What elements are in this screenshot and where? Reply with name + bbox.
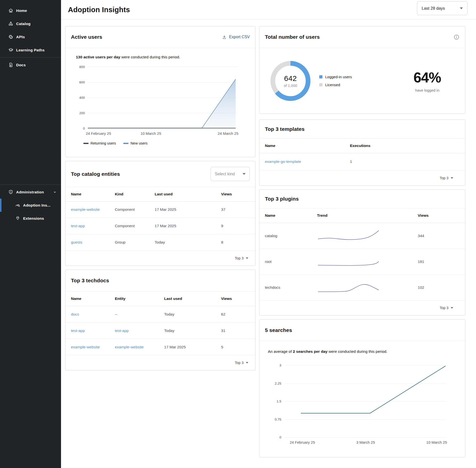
table-row: root 181	[259, 249, 465, 275]
logged-in-donut-chart: 642 of 1,000	[268, 59, 313, 103]
trend-sparkline	[317, 254, 380, 269]
shield-icon	[8, 189, 13, 195]
download-icon	[222, 35, 227, 39]
column-header: Entity	[115, 292, 164, 306]
sidebar-item-label: Learning Paths	[16, 48, 45, 52]
column-header: Last used	[155, 187, 221, 201]
licensed-total: of 1,000	[284, 83, 297, 88]
column-header: Trend	[317, 209, 418, 223]
techdocs-table: Name Entity Last used Views docs -- Toda…	[65, 292, 255, 356]
chevron-down-icon	[243, 173, 246, 175]
techdoc-link[interactable]: test-app	[71, 328, 85, 333]
techdoc-link[interactable]: example-website	[71, 345, 100, 349]
chart-legend: Returning users New users	[83, 141, 248, 145]
y-axis-labels: 800 600 400 200 0	[73, 67, 85, 128]
table-row: docs -- Today 62	[65, 306, 255, 323]
table-row: example-website example-website 17 Mar 2…	[65, 339, 255, 355]
apis-icon	[8, 34, 13, 40]
sidebar-item-label: Docs	[16, 63, 26, 67]
chevron-down-icon	[246, 257, 248, 259]
card-title: Top 3 templates	[265, 126, 305, 132]
entity-link[interactable]: test-app	[71, 224, 85, 228]
rows-count-dropdown[interactable]: Top 3	[65, 251, 255, 266]
entity-link[interactable]: test-app	[115, 328, 129, 333]
trend-sparkline	[317, 280, 380, 295]
docs-icon	[8, 62, 13, 68]
chart-summary: An average of 2 searches per day were co…	[268, 349, 458, 354]
card-title: Active users	[71, 34, 102, 40]
entity-link[interactable]: guests	[71, 240, 82, 244]
top-templates-card: Top 3 templates Name Executions example-…	[259, 119, 465, 186]
techdoc-link[interactable]: docs	[71, 312, 79, 316]
sidebar-item-extensions[interactable]: Extensions	[0, 212, 61, 225]
table-row: techdocs 102	[259, 275, 465, 300]
plot-area	[285, 365, 446, 437]
top-catalog-entities-card: Top catalog entities Select kind Name Ki…	[65, 161, 255, 266]
export-csv-label: Export CSV	[229, 35, 250, 39]
sidebar-item-label: Adoption Ins...	[23, 203, 51, 208]
catalog-icon	[8, 21, 13, 27]
sidebar-item-catalog[interactable]: Catalog	[0, 17, 61, 30]
entity-link[interactable]: example-website	[115, 345, 144, 349]
table-row: example-go-template 1	[259, 153, 465, 170]
sidebar-item-label: Extensions	[23, 216, 44, 221]
percent-logged-in: 64% have logged in	[413, 69, 441, 92]
card-title: 5 searches	[265, 327, 292, 333]
sidebar-item-label: Home	[16, 8, 27, 13]
table-row: example-website Component 17 Mar 2025 37	[65, 201, 255, 218]
sidebar-item-administration[interactable]: Administration	[0, 185, 61, 199]
column-header: Views	[221, 292, 255, 306]
y-axis-labels: 3 2.25 1.5 0.75 0	[267, 365, 281, 437]
chevron-down-icon	[246, 362, 248, 363]
legend-swatch	[123, 143, 128, 144]
trend-sparkline	[317, 229, 380, 243]
rows-count-dropdown[interactable]: Top 3	[259, 300, 465, 315]
sidebar-item-adoption-insights[interactable]: Adoption Ins...	[0, 199, 61, 212]
donut-chart-area: 642 of 1,000 Logged-in users Lic	[259, 48, 465, 114]
column-header: Name	[65, 292, 115, 306]
x-axis-labels: 24 February 25 10 March 25 24 March 25	[88, 131, 238, 139]
column-header: Last used	[164, 292, 221, 306]
logged-in-count: 642	[284, 74, 297, 83]
sidebar-spacer	[0, 72, 61, 184]
sidebar-item-apis[interactable]: APIs	[0, 30, 61, 43]
card-title: Top catalog entities	[71, 171, 120, 177]
legend-item-returning-users: Returning users	[83, 141, 116, 145]
plug-icon	[15, 216, 20, 221]
chevron-down-icon	[460, 7, 463, 9]
export-csv-button[interactable]: Export CSV	[222, 35, 250, 39]
column-header: Executions	[350, 139, 465, 153]
date-range-select[interactable]: Last 28 days	[417, 1, 468, 15]
main-area: Adoption Insights Last 28 days Active us…	[61, 0, 476, 468]
table-row: test-app test-app Today 31	[65, 323, 255, 339]
searches-card: 5 searches An average of 2 searches per …	[259, 319, 465, 457]
rows-count-dropdown[interactable]: Top 3	[65, 355, 255, 370]
sidebar-item-learning-paths[interactable]: Learning Paths	[0, 43, 61, 57]
select-kind-placeholder: Select kind	[215, 172, 235, 176]
rows-count-dropdown[interactable]: Top 3	[259, 171, 465, 185]
entity-link[interactable]: example-website	[71, 207, 100, 212]
table-row: guests Group Today 8	[65, 234, 255, 251]
chart-summary: 130 active users per day were conducted …	[76, 55, 248, 59]
templates-table: Name Executions example-go-template 1	[259, 139, 465, 171]
legend-swatch	[319, 75, 322, 78]
card-title: Top 3 plugins	[265, 196, 299, 202]
x-axis-labels: 24 February 25 3 March 25 10 March 25	[285, 440, 446, 448]
column-header: Name	[259, 139, 350, 153]
template-link[interactable]: example-go-template	[265, 159, 301, 164]
legend-item-licensed: Licensed	[319, 83, 352, 87]
sidebar-item-label: Catalog	[16, 22, 31, 26]
plugins-table: Name Trend Views catalog	[259, 209, 465, 301]
adoption-insights-icon	[15, 203, 20, 208]
catalog-entities-table: Name Kind Last used Views example-websit…	[65, 187, 255, 251]
info-icon[interactable]	[453, 34, 460, 40]
top-techdocs-card: Top 3 techdocs Name Entity Last used Vie…	[65, 270, 255, 371]
page-header: Adoption Insights Last 28 days	[61, 0, 476, 20]
app-window: Home Catalog APIs Learning Paths	[0, 0, 476, 468]
active-users-chart: 800 600 400 200 0	[73, 67, 248, 145]
select-kind-dropdown[interactable]: Select kind	[211, 167, 250, 181]
sidebar-item-docs[interactable]: Docs	[0, 58, 61, 72]
legend-item-new-users: New users	[123, 141, 148, 145]
sidebar-item-home[interactable]: Home	[0, 4, 61, 17]
page-title: Adoption Insights	[68, 6, 130, 14]
